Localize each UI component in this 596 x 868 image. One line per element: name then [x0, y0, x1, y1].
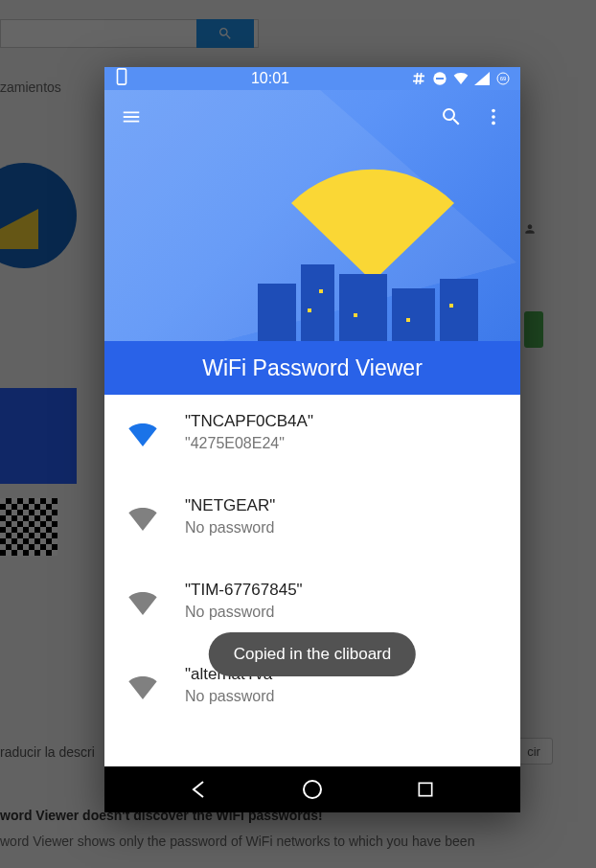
hash-icon	[411, 71, 426, 86]
wifi-item[interactable]: "TNCAPF0CB4A" "4275E08E24"	[104, 395, 520, 479]
app-title: WiFi Password Viewer	[104, 355, 520, 381]
svg-rect-2	[436, 78, 444, 80]
back-button[interactable]	[188, 778, 211, 801]
wifi-icon	[124, 500, 162, 538]
more-vert-icon[interactable]	[482, 105, 505, 128]
svg-point-7	[492, 122, 495, 126]
wifi-icon	[124, 669, 162, 707]
phone-outline-icon	[114, 69, 129, 84]
app-header: WiFi Password Viewer	[104, 90, 520, 395]
wifi-item[interactable]: "NETGEAR" No password	[104, 479, 520, 563]
wifi-ssid: "TNCAPF0CB4A"	[185, 412, 501, 431]
svg-rect-9	[419, 783, 431, 795]
wifi-password: No password	[185, 604, 501, 621]
recents-button[interactable]	[414, 778, 437, 801]
wifi-icon	[124, 416, 162, 454]
wifi-status-icon	[453, 71, 469, 86]
status-time: 10:01	[129, 70, 411, 87]
svg-point-5	[492, 109, 495, 113]
wifi-ssid: "TIM-67767845"	[185, 581, 501, 600]
menu-icon[interactable]	[120, 105, 143, 128]
wifi-password: "4275E08E24"	[185, 435, 501, 452]
header-city-graphic	[248, 255, 497, 341]
svg-point-8	[304, 781, 321, 798]
signal-icon	[474, 71, 490, 86]
wifi-password: No password	[185, 519, 501, 537]
phone-screenshot-modal: 10:01 69	[104, 67, 520, 812]
home-button[interactable]	[301, 778, 324, 801]
search-icon[interactable]	[440, 105, 463, 128]
wifi-password: No password	[185, 688, 501, 705]
wifi-list: "TNCAPF0CB4A" "4275E08E24" "NETGEAR" No …	[104, 395, 520, 766]
wifi-ssid: "NETGEAR"	[185, 496, 501, 515]
toast-message: Copied in the cliboard	[209, 632, 416, 676]
dnd-icon	[432, 71, 447, 86]
android-nav-bar	[104, 766, 520, 812]
svg-point-6	[492, 115, 495, 119]
svg-rect-0	[118, 69, 126, 84]
battery-icon: 69	[495, 71, 511, 86]
svg-text:69: 69	[500, 76, 507, 81]
wifi-icon	[124, 584, 162, 623]
android-status-bar: 10:01 69	[104, 67, 520, 90]
